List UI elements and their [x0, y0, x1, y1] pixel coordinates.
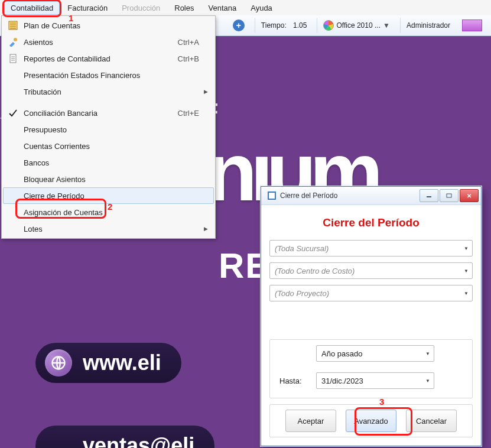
menu-ayuda[interactable]: Ayuda	[244, 1, 279, 15]
chevron-down-icon: ▼	[464, 241, 469, 256]
check-icon	[6, 108, 20, 118]
chevron-down-icon: ▼	[464, 263, 469, 278]
toolbar-plus-button[interactable]: +	[229, 17, 249, 34]
menu-facturacion[interactable]: Facturación	[61, 1, 114, 15]
menu-item-accel: Ctrl+E	[178, 109, 204, 118]
menu-item-conciliacion[interactable]: Conciliación Bancaria Ctrl+E	[3, 105, 214, 121]
menu-item-label: Lotes	[20, 225, 204, 233]
color-swatch-icon	[462, 20, 482, 31]
menu-item-lotes[interactable]: Lotes ▶	[3, 220, 214, 237]
menu-ventana[interactable]: Ventana	[202, 1, 243, 15]
chevron-down-icon: ▼	[425, 346, 430, 361]
toolbar-color-swatch[interactable]	[458, 17, 486, 34]
bg-email-text: ventas@eli	[83, 433, 194, 448]
combo-rango[interactable]: Año pasado ▼	[316, 345, 434, 362]
chevron-down-icon: ▼	[464, 285, 469, 301]
label-hasta: Hasta:	[279, 376, 310, 385]
menu-item-bancos[interactable]: Bancos	[3, 154, 214, 171]
menu-item-label: Bloquear Asientos	[20, 175, 204, 184]
toolbar-user[interactable]: Administrador	[400, 17, 454, 34]
menu-item-tributacion[interactable]: Tributación ▶	[3, 83, 214, 100]
menu-item-estados-fin[interactable]: Presentación Estados Financieros	[3, 67, 214, 83]
menu-item-asignacion-cuentas[interactable]: Asignación de Cuentas	[3, 204, 214, 220]
toolbar-time-value: 1.05	[293, 21, 307, 30]
chevron-down-icon: ▼	[383, 21, 390, 30]
combo-centro-costo-value: (Todo Centro de Costo)	[275, 267, 355, 275]
menu-item-cierre-periodo[interactable]: Cierre de Período	[3, 187, 214, 204]
combo-sucursal-value: (Toda Sucursal)	[275, 244, 329, 253]
combo-sucursal[interactable]: (Toda Sucursal) ▼	[269, 240, 473, 257]
svg-rect-5	[269, 193, 275, 199]
dialog-button-bar: Aceptar Avanzado Cancelar	[269, 404, 473, 437]
bg-url-text: www.eli	[83, 350, 161, 375]
menu-item-accel: Ctrl+A	[178, 38, 204, 47]
bg-url-pill: www.eli	[35, 343, 181, 383]
menu-item-label: Conciliación Bancaria	[20, 109, 178, 118]
toolbar-theme[interactable]: Office 2010 ... ▼	[317, 17, 394, 34]
dialog-titlebar[interactable]: Cierre del Período ✕	[261, 187, 481, 205]
toolbar-user-label: Administrador	[407, 21, 450, 30]
globe-icon	[45, 349, 72, 376]
menu-item-label: Reportes de Contabilidad	[20, 54, 178, 63]
dialog-title: Cierre del Período	[280, 191, 418, 200]
maximize-button[interactable]	[440, 189, 459, 202]
dialog-cierre-periodo: Cierre del Período ✕ Cierre del Período …	[261, 186, 482, 446]
menu-item-label: Tributación	[20, 87, 204, 96]
menu-produccion: Producción	[115, 1, 167, 15]
menu-item-label: Asientos	[20, 38, 178, 47]
menu-item-asientos[interactable]: Asientos Ctrl+A	[3, 34, 214, 50]
menu-item-label: Asignación de Cuentas	[20, 208, 204, 217]
submenu-arrow-icon: ▶	[204, 89, 211, 95]
menu-item-label: Presentación Estados Financieros	[20, 71, 204, 80]
menu-contabilidad[interactable]: Contabilidad	[4, 1, 60, 15]
toolbar-theme-label: Office 2010 ...	[336, 21, 381, 30]
document-icon	[6, 54, 20, 63]
date-panel: Año pasado ▼ Hasta: 31/dic./2023 ▼	[269, 339, 473, 398]
tools-icon	[6, 37, 20, 47]
close-button[interactable]: ✕	[460, 189, 479, 202]
palette-icon	[323, 20, 334, 31]
minimize-button[interactable]	[420, 189, 438, 202]
toolbar-time-label: Tiempo:	[261, 21, 287, 30]
svg-point-2	[14, 38, 17, 41]
cancelar-button[interactable]: Cancelar	[406, 410, 457, 432]
plus-icon: +	[233, 20, 245, 31]
menu-item-label: Bancos	[20, 158, 204, 167]
menu-roles[interactable]: Roles	[168, 1, 200, 15]
menu-item-accel: Ctrl+B	[178, 54, 204, 63]
app-icon	[267, 191, 277, 200]
date-hasta[interactable]: 31/dic./2023 ▼	[316, 372, 434, 389]
combo-rango-value: Año pasado	[321, 349, 362, 358]
date-hasta-value: 31/dic./2023	[321, 376, 363, 385]
list-icon	[6, 21, 20, 30]
menu-item-plan-cuentas[interactable]: Plan de Cuentas	[3, 17, 214, 34]
menu-item-bloquear-asientos[interactable]: Bloquear Asientos	[3, 171, 214, 187]
menu-item-cuentas-corrientes[interactable]: Cuentas Corrientes	[3, 138, 214, 154]
svg-rect-6	[447, 194, 451, 197]
submenu-arrow-icon: ▶	[204, 226, 211, 232]
dialog-header: Cierre del Período	[266, 216, 476, 229]
bg-email-pill: ventas@eli	[35, 426, 214, 448]
menu-item-label: Cierre de Período	[20, 191, 204, 200]
menu-contabilidad-dropdown: Plan de Cuentas Asientos Ctrl+A Reportes…	[1, 15, 216, 239]
aceptar-button[interactable]: Aceptar	[285, 410, 336, 432]
menu-item-label: Plan de Cuentas	[20, 21, 204, 30]
menu-item-label: Presupuesto	[20, 125, 204, 134]
menu-item-reportes[interactable]: Reportes de Contabilidad Ctrl+B	[3, 50, 214, 67]
toolbar-time[interactable]: Tiempo: 1.05	[255, 17, 311, 34]
chevron-down-icon: ▼	[425, 373, 430, 388]
menu-item-presupuesto[interactable]: Presupuesto	[3, 121, 214, 138]
combo-proyecto-value: (Todo Proyecto)	[275, 289, 329, 298]
combo-proyecto[interactable]: (Todo Proyecto) ▼	[269, 285, 473, 301]
menu-item-label: Cuentas Corrientes	[20, 142, 204, 151]
combo-centro-costo[interactable]: (Todo Centro de Costo) ▼	[269, 262, 473, 279]
menubar: Contabilidad Facturación Producción Role…	[0, 0, 491, 16]
avanzado-button[interactable]: Avanzado	[346, 410, 396, 432]
